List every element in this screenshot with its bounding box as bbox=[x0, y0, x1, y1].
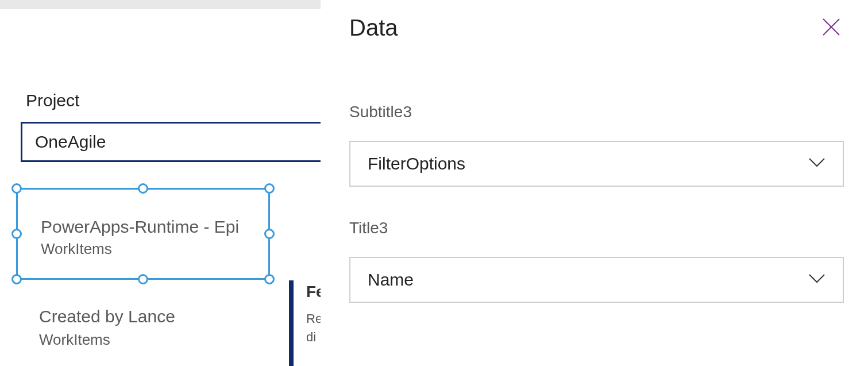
selected-gallery-item[interactable]: PowerApps-Runtime - Epi WorkItems bbox=[16, 188, 270, 280]
resize-handle-bottom-middle[interactable] bbox=[138, 274, 148, 284]
item-subtitle: WorkItems bbox=[41, 240, 248, 258]
chevron-down-icon bbox=[808, 273, 825, 286]
panel-header: Data bbox=[349, 15, 844, 41]
detail-heading-peek: Fe bbox=[306, 283, 321, 301]
item-subtitle: WorkItems bbox=[39, 331, 269, 349]
close-icon bbox=[821, 17, 842, 40]
resize-handle-bottom-left[interactable] bbox=[11, 274, 22, 284]
panel-title: Data bbox=[349, 15, 398, 41]
resize-handle-bottom-right[interactable] bbox=[264, 274, 275, 284]
item-title: PowerApps-Runtime - Epi bbox=[41, 217, 248, 237]
field-title3: Title3 Name bbox=[349, 219, 844, 303]
field-subtitle3: Subtitle3 FilterOptions bbox=[349, 103, 844, 187]
dropdown-value: Name bbox=[368, 270, 414, 290]
resize-handle-middle-left[interactable] bbox=[11, 229, 22, 239]
project-label: Project bbox=[26, 91, 79, 110]
resize-handle-top-left[interactable] bbox=[11, 183, 22, 194]
field-label: Title3 bbox=[349, 219, 844, 237]
canvas-area: Project OneAgile PowerApps-Runtime - Epi… bbox=[0, 9, 321, 366]
close-button[interactable] bbox=[819, 16, 844, 41]
chevron-down-icon bbox=[808, 157, 825, 170]
gallery-item[interactable]: Created by Lance WorkItems bbox=[39, 307, 269, 349]
item-title: Created by Lance bbox=[39, 307, 269, 326]
dropdown-value: FilterOptions bbox=[368, 154, 465, 174]
top-strip bbox=[0, 0, 321, 9]
detail-line2-peek: di bbox=[306, 330, 321, 345]
data-panel: Data Subtitle3 FilterOptions Title3 Name bbox=[321, 0, 868, 366]
field-label: Subtitle3 bbox=[349, 103, 844, 121]
resize-handle-middle-right[interactable] bbox=[264, 229, 275, 239]
title3-dropdown[interactable]: Name bbox=[349, 257, 844, 303]
resize-handle-top-right[interactable] bbox=[264, 183, 275, 194]
project-value: OneAgile bbox=[35, 132, 106, 152]
subtitle3-dropdown[interactable]: FilterOptions bbox=[349, 141, 844, 187]
project-dropdown[interactable]: OneAgile bbox=[21, 122, 321, 162]
detail-line1-peek: Re bbox=[306, 311, 321, 326]
resize-handle-top-middle[interactable] bbox=[138, 183, 148, 194]
detail-indicator-bar bbox=[289, 280, 294, 366]
